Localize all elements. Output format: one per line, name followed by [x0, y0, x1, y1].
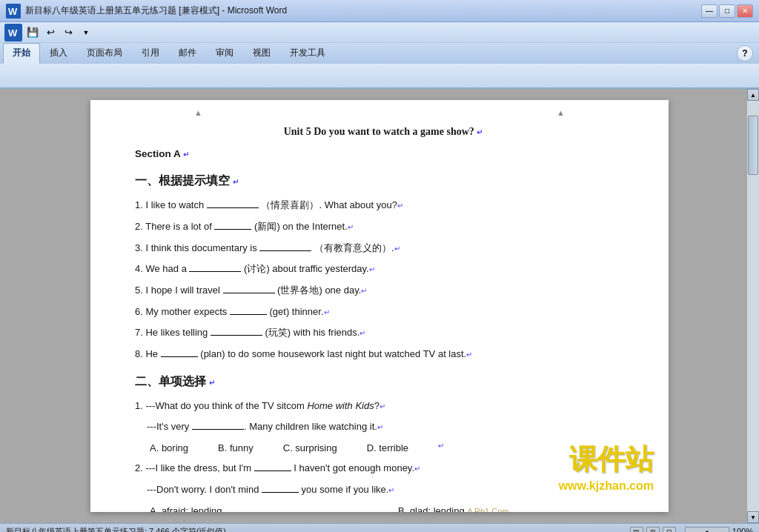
part2-heading-text: 二、单项选择	[135, 375, 206, 388]
save-quick-btn[interactable]: 💾	[25, 25, 40, 40]
para-mark-section: ↵	[183, 150, 189, 159]
ruler-mark-right: ▲	[557, 106, 565, 121]
view-controls: ▤ ⊞ ⊡ ──●── 100%	[630, 527, 753, 533]
word-icon: W	[6, 4, 21, 19]
blank-2	[214, 229, 251, 230]
watermark: 课件站 www.kjzhan.com	[559, 445, 654, 497]
exercise-5: 5. I hope I will travel (世界各地) one day.↵	[135, 282, 632, 300]
q2-blank1	[254, 471, 291, 471]
document-page: ▲ ▲ Unit 5 Do you want to watch a game s…	[90, 100, 669, 512]
svg-text:W: W	[8, 27, 18, 39]
title-text: Unit 5 Do you want to watch a game show?	[284, 126, 474, 137]
title-bar: W 新目标八年级英语上册第五单元练习题 [兼容模式] - Microsoft W…	[0, 0, 759, 22]
status-bar: 新目标八年级英语上册第五单元练习题: 7,466 个字符(近似值)。 ▤ ⊞ ⊡…	[0, 523, 759, 532]
blank-8	[161, 356, 198, 357]
q2-prompt: 2. ---I like the dress, but I'm I haven'…	[135, 459, 632, 478]
tab-insert[interactable]: 插入	[40, 43, 77, 64]
svg-text:W: W	[8, 6, 18, 17]
minimize-button[interactable]: —	[701, 4, 717, 18]
ribbon: 开始 插入 页面布局 引用 邮件 审阅 视图 开发工具 ?	[0, 43, 759, 89]
exercise-4: 4. We had a (讨论) about traffic yesterday…	[135, 260, 632, 279]
tab-references[interactable]: 引用	[132, 43, 169, 64]
scrollbar-thumb[interactable]	[748, 116, 758, 175]
tab-mailings[interactable]: 邮件	[169, 43, 206, 64]
blank-3	[259, 250, 311, 251]
document-scroll-area[interactable]: ▲ ▲ Unit 5 Do you want to watch a game s…	[0, 89, 759, 523]
undo-btn[interactable]: ↩	[43, 25, 58, 40]
blank-5	[223, 293, 275, 293]
close-button[interactable]: ✕	[737, 4, 753, 18]
scrollbar-right[interactable]: ▲ ▼	[747, 89, 759, 523]
q1-opt-d: D. terrible	[367, 439, 408, 456]
tab-home[interactable]: 开始	[3, 43, 40, 64]
part2-heading: 二、单项选择 ↵	[135, 371, 632, 393]
exercise-7: 7. He likes telling (玩笑) with his friend…	[135, 324, 632, 342]
q1-prompt: 1. ---What do you think of the TV sitcom…	[135, 397, 632, 416]
customize-btn[interactable]: ▼	[79, 25, 93, 40]
ribbon-content	[0, 64, 759, 87]
blank-4	[189, 271, 241, 272]
view-print-btn[interactable]: ▤	[630, 527, 643, 533]
maximize-button[interactable]: □	[719, 4, 735, 18]
section-label: Section A ↵	[135, 145, 632, 163]
watermark-cn: 课件站	[559, 445, 654, 476]
q1-italic-title: Home with Kids	[307, 400, 374, 411]
exercise-8: 8. He (plan) to do some housework last n…	[135, 345, 632, 364]
document-container: ▲ ▲ Unit 5 Do you want to watch a game s…	[0, 89, 759, 523]
tab-layout[interactable]: 页面布局	[77, 43, 132, 64]
title-bar-controls[interactable]: — □ ✕	[701, 4, 753, 18]
part1-heading-text: 一、根据提示填空	[135, 174, 230, 187]
ruler-mark-left: ▲	[194, 106, 202, 121]
exercise-1: 1. I like to watch （情景喜剧）. What about yo…	[135, 196, 632, 215]
ribbon-tabs: 开始 插入 页面布局 引用 邮件 审阅 视图 开发工具 ?	[0, 43, 759, 64]
para-mark-1: ↵	[233, 178, 239, 186]
exercise-3: 3. I think this documentary is （有教育意义的）.…	[135, 239, 632, 258]
blank-6	[230, 314, 267, 315]
scroll-up-arrow[interactable]: ▲	[747, 89, 759, 101]
q1-opt-a: A. boring	[150, 439, 188, 456]
blank-7	[211, 335, 262, 336]
zoom-level: 100%	[732, 527, 753, 533]
view-web-btn[interactable]: ⊡	[663, 527, 676, 533]
tab-view[interactable]: 视图	[243, 43, 280, 64]
status-text: 新目标八年级英语上册第五单元练习题: 7,466 个字符(近似值)。	[6, 526, 234, 532]
tab-review[interactable]: 审阅	[206, 43, 243, 64]
exercise-6: 6. My mother expects (get) thinner.↵	[135, 303, 632, 322]
document-title: Unit 5 Do you want to watch a game show?…	[135, 122, 632, 141]
exercise-2: 2. There is a lot of (新闻) on the Interne…	[135, 218, 632, 236]
redo-btn[interactable]: ↪	[61, 25, 76, 40]
blank-1	[207, 207, 259, 208]
q2-opt-a: A. afraid; lending	[150, 502, 383, 512]
help-button[interactable]: ?	[737, 45, 753, 61]
scroll-down-arrow[interactable]: ▼	[747, 511, 759, 523]
para-mark-2: ↵	[209, 379, 215, 387]
section-text: Section A	[135, 148, 180, 159]
title-bar-left: W 新目标八年级英语上册第五单元练习题 [兼容模式] - Microsoft W…	[6, 4, 287, 19]
part1-heading: 一、根据提示填空 ↵	[135, 170, 632, 192]
para-mark-title: ↵	[477, 128, 483, 136]
quick-access-toolbar: W 💾 ↩ ↪ ▼	[0, 22, 759, 43]
tab-developer[interactable]: 开发工具	[280, 43, 335, 64]
q2-blank2	[262, 492, 299, 493]
q1-blank	[192, 429, 244, 430]
q2-options: A. afraid; lending B. glad; lending A Rb…	[150, 502, 632, 512]
watermark-url: www.kjzhan.com	[559, 476, 654, 497]
q2-opt-b: B. glad; lending A Rb1.Com	[398, 502, 632, 512]
q1-opt-c: C. surprising	[283, 439, 337, 456]
q1-opt-b: B. funny	[218, 439, 253, 456]
q1-reply: ---It's very . Many children like watchi…	[147, 418, 632, 436]
zoom-slider[interactable]: ──●──	[685, 527, 729, 533]
title-bar-title: 新目标八年级英语上册第五单元练习题 [兼容模式] - Microsoft Wor…	[25, 4, 287, 17]
view-full-btn[interactable]: ⊞	[646, 527, 660, 533]
app-icon: W	[4, 24, 22, 41]
